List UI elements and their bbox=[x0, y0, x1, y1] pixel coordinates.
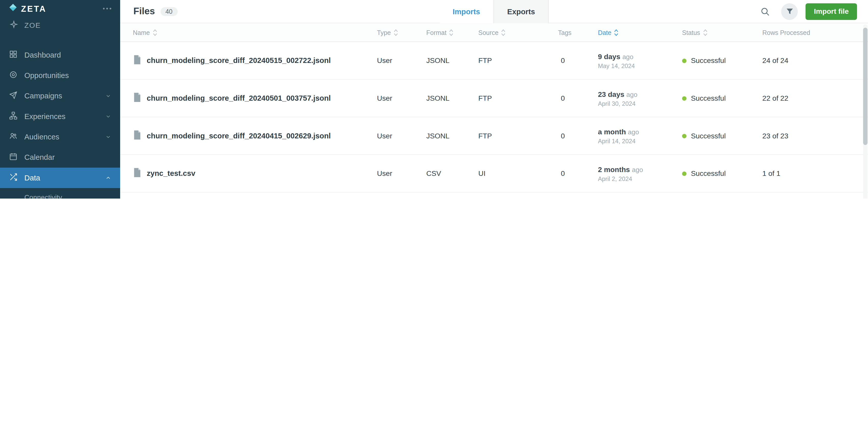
file-format: JSONL bbox=[426, 94, 478, 102]
audiences-icon bbox=[9, 132, 18, 142]
file-source: FTP bbox=[478, 94, 558, 102]
imports-exports-tabs: Imports Exports bbox=[439, 0, 549, 23]
file-tags-count: 0 bbox=[558, 169, 598, 178]
nav-label: Audiences bbox=[25, 133, 59, 141]
nav-label: Data bbox=[25, 173, 40, 182]
rows-processed: 1 of 1 bbox=[763, 169, 857, 178]
file-icon bbox=[133, 130, 141, 142]
file-source: FTP bbox=[478, 132, 558, 140]
rows-processed: 23 of 23 bbox=[763, 132, 857, 140]
page-title: Files bbox=[133, 6, 155, 17]
main-content: Files 40 Imports Exports Import file Nam… bbox=[120, 0, 868, 199]
table-row[interactable]: churn_modeling_score_diff_20240501_00375… bbox=[120, 80, 868, 118]
column-header-date[interactable]: Date bbox=[598, 29, 682, 36]
column-header-type[interactable]: Type bbox=[377, 29, 426, 36]
logo-text: ZETA bbox=[21, 4, 46, 13]
sort-icon bbox=[501, 29, 505, 36]
file-date: 9 days ago May 14, 2024 bbox=[598, 52, 682, 69]
sidebar-item-campaigns[interactable]: Campaigns bbox=[0, 86, 120, 106]
experiences-icon bbox=[9, 111, 18, 122]
file-tags-count: 0 bbox=[558, 56, 598, 65]
file-type: User bbox=[377, 169, 426, 178]
table-row[interactable]: churn_modeling_score_diff_20240415_00262… bbox=[120, 117, 868, 155]
sidebar-item-data[interactable]: Data bbox=[0, 167, 120, 188]
file-status: Successful bbox=[682, 94, 763, 102]
table-row[interactable]: zync_test.csv User CSV UI 0 2 months ago… bbox=[120, 155, 868, 193]
file-status: Successful bbox=[682, 169, 763, 178]
rows-processed: 24 of 24 bbox=[763, 56, 857, 65]
sidebar-item-connectivity[interactable]: Connectivity bbox=[0, 191, 120, 199]
zoe-label: ZOE bbox=[25, 21, 41, 30]
sort-icon bbox=[703, 29, 707, 36]
zeta-logo-icon bbox=[9, 3, 17, 13]
file-name: churn_modeling_score_diff_20240501_00375… bbox=[147, 94, 331, 102]
header-actions: Import file bbox=[757, 3, 868, 20]
column-header-rows-processed: Rows Processed bbox=[763, 29, 857, 36]
more-options-icon[interactable] bbox=[103, 8, 112, 9]
file-name: churn_modeling_score_diff_20240415_00262… bbox=[147, 132, 331, 140]
status-label: Successful bbox=[691, 94, 726, 102]
nav-label: Experiences bbox=[25, 112, 66, 121]
status-label: Successful bbox=[691, 56, 726, 65]
sidebar: ZETA ZOE Dashboard Opportunities Campaig… bbox=[0, 0, 120, 199]
sidebar-item-opportunities[interactable]: Opportunities bbox=[0, 65, 120, 86]
vertical-scrollbar bbox=[863, 25, 867, 199]
files-table: churn_modeling_score_diff_20240515_00272… bbox=[120, 42, 868, 199]
nav-label: Calendar bbox=[25, 153, 55, 162]
scrollbar-thumb[interactable] bbox=[863, 28, 867, 145]
status-dot bbox=[682, 58, 686, 63]
file-format: JSONL bbox=[426, 132, 478, 140]
file-name: zync_test.csv bbox=[147, 169, 195, 178]
sidebar-item-experiences[interactable]: Experiences bbox=[0, 106, 120, 126]
sidebar-header: ZETA bbox=[0, 0, 120, 17]
table-header-row: NameTypeFormatSourceTagsDateStatusRows P… bbox=[120, 23, 868, 42]
status-dot bbox=[682, 171, 686, 176]
table-row[interactable]: zlhc_jane_validation.jsonl Event JSONL F… bbox=[120, 192, 868, 199]
file-source: UI bbox=[478, 169, 558, 178]
file-type: User bbox=[377, 56, 426, 65]
tab-exports[interactable]: Exports bbox=[493, 0, 549, 23]
data-submenu: Connectivity Data Flows Data Mappings Fi… bbox=[0, 188, 120, 199]
file-type: User bbox=[377, 94, 426, 102]
column-header-tags: Tags bbox=[558, 29, 598, 36]
status-dot bbox=[682, 134, 686, 138]
import-file-button[interactable]: Import file bbox=[806, 3, 857, 20]
nav-label: Campaigns bbox=[25, 92, 62, 100]
column-header-format[interactable]: Format bbox=[426, 29, 478, 36]
column-header-status[interactable]: Status bbox=[682, 29, 763, 36]
file-icon bbox=[133, 55, 141, 67]
opportunities-icon bbox=[9, 70, 18, 80]
status-dot bbox=[682, 96, 686, 100]
page-header: Files 40 Imports Exports Import file bbox=[120, 0, 868, 23]
chevron-up-icon bbox=[105, 175, 111, 181]
search-icon[interactable] bbox=[757, 3, 773, 20]
calendar-icon bbox=[9, 152, 18, 162]
file-type: User bbox=[377, 132, 426, 140]
sidebar-item-calendar[interactable]: Calendar bbox=[0, 147, 120, 167]
app-root: ZETA ZOE Dashboard Opportunities Campaig… bbox=[0, 0, 868, 199]
chevron-down-icon bbox=[105, 134, 111, 140]
file-tags-count: 0 bbox=[558, 132, 598, 140]
zeta-logo[interactable]: ZETA bbox=[9, 3, 47, 13]
chevron-down-icon bbox=[105, 113, 111, 119]
zoe-icon bbox=[9, 20, 19, 30]
file-icon bbox=[133, 168, 141, 179]
data-icon bbox=[9, 172, 18, 183]
nav-label: Dashboard bbox=[25, 51, 61, 59]
sort-icon bbox=[614, 29, 619, 36]
status-label: Successful bbox=[691, 132, 726, 140]
column-header-source[interactable]: Source bbox=[478, 29, 558, 36]
status-label: Successful bbox=[691, 169, 726, 178]
sidebar-item-dashboard[interactable]: Dashboard bbox=[0, 44, 120, 65]
file-name-cell: churn_modeling_score_diff_20240515_00272… bbox=[133, 55, 377, 67]
sidebar-item-zoe[interactable]: ZOE bbox=[0, 17, 120, 34]
column-header-name[interactable]: Name bbox=[133, 29, 377, 36]
chevron-down-icon bbox=[105, 93, 111, 99]
table-row[interactable]: churn_modeling_score_diff_20240515_00272… bbox=[120, 42, 868, 80]
files-count-badge: 40 bbox=[160, 7, 178, 16]
file-name-cell: churn_modeling_score_diff_20240415_00262… bbox=[133, 130, 377, 142]
rows-processed: 22 of 22 bbox=[763, 94, 857, 102]
filter-icon[interactable] bbox=[781, 3, 798, 20]
tab-imports[interactable]: Imports bbox=[439, 0, 494, 23]
sidebar-item-audiences[interactable]: Audiences bbox=[0, 127, 120, 147]
